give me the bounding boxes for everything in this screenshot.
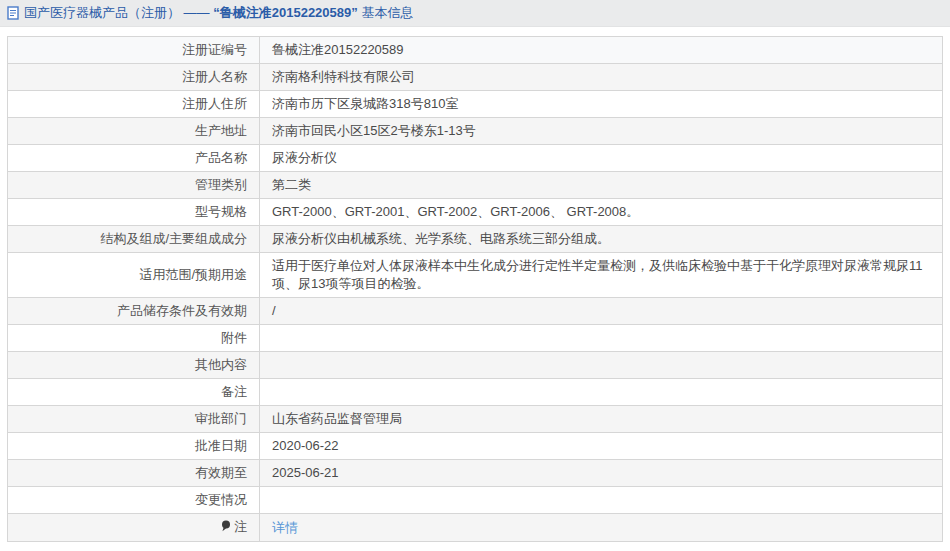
row-label: 产品储存条件及有效期 — [8, 298, 260, 325]
row-value: 2025-06-21 — [260, 460, 943, 487]
row-value: 山东省药品监督管理局 — [260, 406, 943, 433]
table-row: 生产地址济南市回民小区15区2号楼东1-13号 — [8, 118, 943, 145]
row-value: GRT-2000、GRT-2001、GRT-2002、GRT-2006、 GRT… — [260, 199, 943, 226]
row-value: 鲁械注准20152220589 — [260, 37, 943, 64]
row-value: 详情 — [260, 514, 943, 542]
row-label: 审批部门 — [8, 406, 260, 433]
row-label: 注册证编号 — [8, 37, 260, 64]
row-value: / — [260, 298, 943, 325]
details-link[interactable]: 详情 — [272, 520, 298, 535]
row-label: 管理类别 — [8, 172, 260, 199]
table-row: 产品储存条件及有效期/ — [8, 298, 943, 325]
row-value — [260, 325, 943, 352]
row-value: 适用于医疗单位对人体尿液样本中生化成分进行定性半定量检测，及供临床检验中基于干化… — [260, 253, 943, 298]
row-label: 注 — [8, 514, 260, 542]
row-value: 济南格利特科技有限公司 — [260, 64, 943, 91]
table-row: 批准日期2020-06-22 — [8, 433, 943, 460]
row-value: 济南市回民小区15区2号楼东1-13号 — [260, 118, 943, 145]
row-value: 尿液分析仪由机械系统、光学系统、电路系统三部分组成。 — [260, 226, 943, 253]
table-row: 审批部门山东省药品监督管理局 — [8, 406, 943, 433]
row-label: 注册人住所 — [8, 91, 260, 118]
row-value: 济南市历下区泉城路318号810室 — [260, 91, 943, 118]
row-label: 适用范围/预期用途 — [8, 253, 260, 298]
page-title: 国产医疗器械产品（注册） —— “鲁械注准20152220589” 基本信息 — [24, 4, 413, 22]
row-label: 产品名称 — [8, 145, 260, 172]
table-row: 备注 — [8, 379, 943, 406]
table-row: 产品名称尿液分析仪 — [8, 145, 943, 172]
document-icon — [7, 6, 19, 20]
table-row: 管理类别第二类 — [8, 172, 943, 199]
row-label: 批准日期 — [8, 433, 260, 460]
page-title-prefix: 国产医疗器械产品（注册） —— — [24, 5, 213, 20]
table-row: 适用范围/预期用途适用于医疗单位对人体尿液样本中生化成分进行定性半定量检测，及供… — [8, 253, 943, 298]
note-pin-icon — [221, 519, 231, 537]
table-row: 注详情 — [8, 514, 943, 542]
table-row: 型号规格GRT-2000、GRT-2001、GRT-2002、GRT-2006、… — [8, 199, 943, 226]
row-label: 注册人名称 — [8, 64, 260, 91]
row-label: 型号规格 — [8, 199, 260, 226]
table-row: 变更情况 — [8, 487, 943, 514]
table-row: 注册人住所济南市历下区泉城路318号810室 — [8, 91, 943, 118]
row-value — [260, 379, 943, 406]
table-row: 结构及组成/主要组成成分尿液分析仪由机械系统、光学系统、电路系统三部分组成。 — [8, 226, 943, 253]
row-label: 生产地址 — [8, 118, 260, 145]
table-row: 注册人名称济南格利特科技有限公司 — [8, 64, 943, 91]
table-row: 有效期至2025-06-21 — [8, 460, 943, 487]
row-label: 附件 — [8, 325, 260, 352]
row-label: 有效期至 — [8, 460, 260, 487]
table-row: 其他内容 — [8, 352, 943, 379]
row-label: 变更情况 — [8, 487, 260, 514]
page-title-suffix: 基本信息 — [358, 5, 414, 20]
registration-info-table: 注册证编号鲁械注准20152220589注册人名称济南格利特科技有限公司注册人住… — [7, 36, 943, 542]
row-value: 尿液分析仪 — [260, 145, 943, 172]
row-label: 结构及组成/主要组成成分 — [8, 226, 260, 253]
row-label: 备注 — [8, 379, 260, 406]
row-value — [260, 487, 943, 514]
page: 国产医疗器械产品（注册） —— “鲁械注准20152220589” 基本信息 注… — [0, 0, 950, 551]
table-row: 注册证编号鲁械注准20152220589 — [8, 37, 943, 64]
header-bar: 国产医疗器械产品（注册） —— “鲁械注准20152220589” 基本信息 — [0, 0, 950, 27]
table-row: 附件 — [8, 325, 943, 352]
row-label: 其他内容 — [8, 352, 260, 379]
registration-number-highlight: “鲁械注准20152220589” — [213, 5, 358, 20]
row-value: 2020-06-22 — [260, 433, 943, 460]
row-value — [260, 352, 943, 379]
row-value: 第二类 — [260, 172, 943, 199]
